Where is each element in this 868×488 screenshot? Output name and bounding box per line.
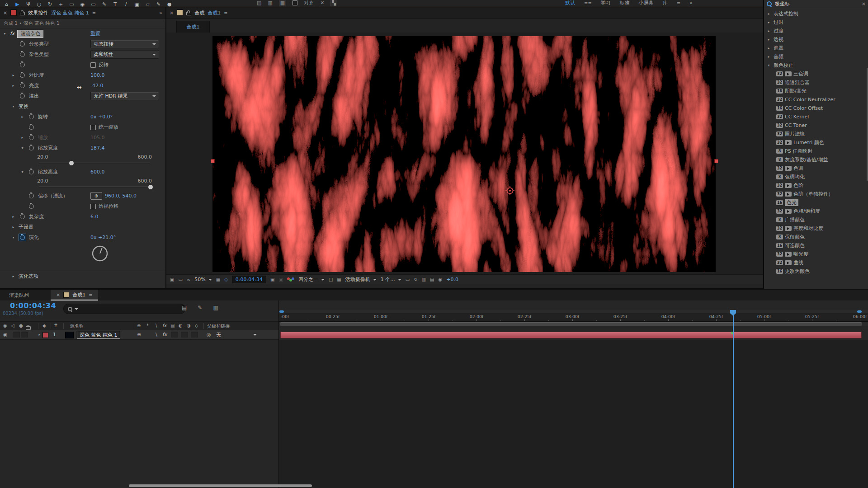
twirl-icon[interactable]: ▸ [766,29,771,33]
effects-category-5[interactable]: ▸音频 [764,52,868,61]
effect-name[interactable]: Lumetri 颜色 [793,139,824,146]
twirl-icon[interactable]: ▾ [11,104,16,108]
stopwatch-icon[interactable] [28,192,35,200]
param-value[interactable]: 187.4 [90,145,105,151]
param-label[interactable]: 缩放高度 [38,169,58,175]
effect-name[interactable]: 广播颜色 [785,216,805,223]
stopwatch-icon[interactable] [19,71,26,79]
lock-icon[interactable] [26,326,31,330]
param-value[interactable]: -42.0 [90,83,103,89]
lock-icon[interactable] [186,12,191,15]
navigator-end-handle[interactable] [857,310,862,313]
effect-item[interactable]: 32照片滤镜 [764,130,868,138]
stopwatch-icon[interactable] [19,40,26,48]
effects-category-1[interactable]: ▸过时 [764,18,868,27]
effect-name[interactable]: 色调均化 [785,174,805,180]
effect-name[interactable]: 色调 [793,165,803,172]
param-value[interactable]: 600.0 [90,169,105,175]
tool-clone-stamp-icon[interactable]: ▣ [134,1,140,7]
effect-item[interactable]: 8灰度系数/基值/增益 [764,155,868,164]
clear-search-icon[interactable]: × [862,1,866,7]
timeline-search[interactable] [63,304,185,314]
menu-icon[interactable]: ≡ [584,0,592,6]
twirl-icon[interactable]: ▾ [11,235,16,239]
close-icon[interactable]: × [170,10,174,16]
effect-item[interactable]: 32色调 [764,164,868,173]
effect-name[interactable]: 色阶（单独控件） [793,191,833,197]
tool-brush-icon[interactable]: / [123,1,129,7]
align-icon[interactable] [257,0,261,6]
workspace-tab-2[interactable]: 标准 [620,0,630,6]
viewer-stage[interactable] [166,33,763,274]
slider-track[interactable] [39,187,150,187]
tool-puppet-icon[interactable]: ● [166,1,172,7]
param-value[interactable]: 6.0 [90,214,99,220]
panel-chevrons-icon[interactable] [689,0,693,6]
layer-duration-bar[interactable] [280,332,862,338]
stopwatch-icon[interactable] [28,144,35,152]
effect-item[interactable]: 32通道混合器 [764,78,868,87]
tool-pan-behind-icon[interactable]: ◉ [80,1,85,7]
cube-icon[interactable] [195,323,198,328]
timeline-comp-tab[interactable]: × 合成1 [51,290,98,300]
panel-title[interactable]: 效果控件 [28,9,48,16]
histogram-icon[interactable] [422,277,426,282]
effect-item[interactable]: 32亮度和对比度 [764,224,868,233]
menu-icon[interactable] [92,10,96,15]
param-label[interactable]: 偏移（湍流） [38,192,68,199]
effect-name[interactable]: CC Color Neutralizer [785,97,835,103]
param-value[interactable]: 105.0 [90,135,105,141]
audio-icon[interactable] [11,323,14,328]
channels-icon[interactable] [287,277,294,282]
fx-switch[interactable]: fx [162,332,167,338]
menu-icon[interactable] [677,0,680,5]
stopwatch-icon[interactable] [28,123,35,131]
workspace-tab-4[interactable]: 库 [663,0,668,6]
tag-icon[interactable] [42,323,46,328]
effect-item[interactable]: 32三色调 [764,70,868,78]
camera-select[interactable]: 活动摄像机 [345,276,377,283]
effect-name[interactable]: 曝光度 [793,251,808,258]
twirl-icon[interactable]: ▸ [11,84,16,88]
tool-roto-brush-icon[interactable]: ✎ [156,1,161,7]
motion-blur-switch-icon[interactable] [179,323,183,328]
snapshot-camera-icon[interactable] [270,277,274,282]
effect-name[interactable]: 色光 [785,199,798,206]
param-label[interactable]: 复杂度 [29,213,44,220]
composition-canvas[interactable] [212,36,716,272]
tool-camera-icon[interactable]: ▭ [69,1,75,7]
param-label[interactable]: 演化 [29,234,39,241]
effect-item[interactable]: 16阴影/高光 [764,87,868,95]
comp-swatch[interactable] [177,9,183,16]
current-timecode[interactable]: 0:00:04:34 [10,301,56,310]
twirl-icon[interactable]: ▸ [20,115,25,119]
group-label[interactable]: 子设置 [19,224,33,230]
refresh-icon[interactable] [414,277,417,282]
stopwatch-icon[interactable] [19,51,26,58]
viewer-timecode[interactable]: 0:00:04:34 [232,276,266,283]
effect-name[interactable]: CC Color Offset [785,105,823,111]
effect-item[interactable]: 16色光 [764,198,868,207]
resolution-select[interactable]: 四分之一 [298,276,325,283]
mask-icon[interactable] [224,277,228,282]
group-label[interactable]: 演化选项 [19,273,38,280]
clear-icon[interactable] [320,0,324,6]
tool-pen-icon[interactable]: ✎ [101,1,107,7]
slider-handle[interactable] [148,184,153,190]
param-dropdown[interactable]: 柔和线性 [90,50,159,59]
lock-icon[interactable] [20,12,25,15]
param-dropdown[interactable]: 允许 HDR 结果 [90,92,159,100]
effect-name[interactable]: 灰度系数/基值/增益 [785,156,828,163]
checkerboard-icon[interactable] [337,277,341,282]
twirl-icon[interactable]: ▸ [11,274,16,278]
comp-subtab[interactable]: 合成1 [176,21,210,33]
navigator-start-handle[interactable] [279,310,284,313]
effect-name[interactable]: 更改为颜色 [785,268,810,275]
effect-name[interactable]: 色阶 [793,182,803,189]
twirl-icon[interactable]: ▸ [766,12,771,16]
param-checkbox[interactable] [90,125,96,130]
workspace-tab-3[interactable]: 小屏幕 [639,0,654,6]
tool-shape-icon[interactable]: ▭ [90,1,96,7]
effect-item[interactable]: 16CC Color Offset [764,104,868,113]
workspace-tab-0[interactable]: 默认 [565,0,575,6]
